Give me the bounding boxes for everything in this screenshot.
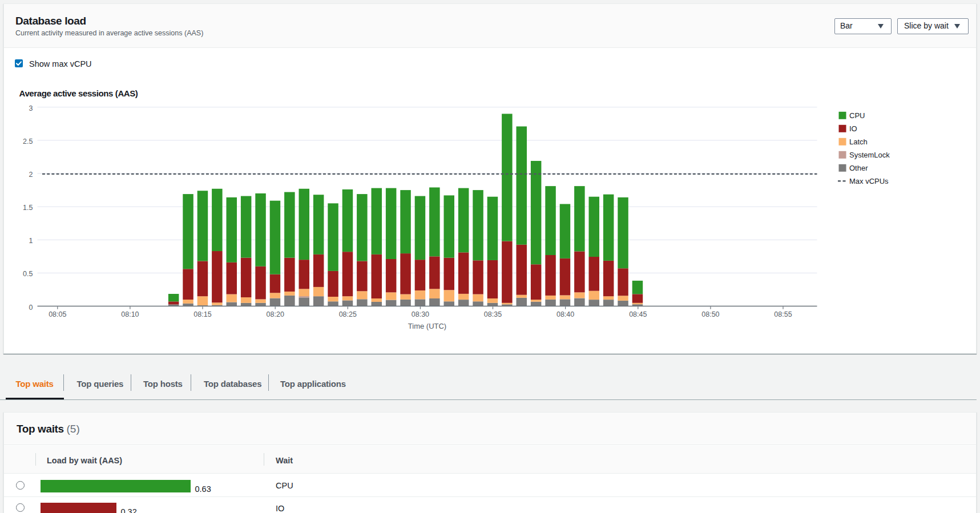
svg-text:Latch: Latch bbox=[849, 138, 868, 146]
svg-text:08:45: 08:45 bbox=[629, 310, 647, 318]
svg-text:Time (UTC): Time (UTC) bbox=[408, 322, 446, 330]
svg-text:0: 0 bbox=[29, 304, 33, 312]
svg-text:2: 2 bbox=[29, 171, 33, 179]
svg-text:Other: Other bbox=[849, 164, 868, 172]
svg-text:08:40: 08:40 bbox=[556, 310, 574, 318]
svg-text:0.5: 0.5 bbox=[23, 270, 33, 278]
svg-text:08:15: 08:15 bbox=[193, 310, 211, 318]
svg-text:1.5: 1.5 bbox=[23, 204, 33, 212]
svg-text:IO: IO bbox=[849, 124, 857, 133]
svg-text:2.5: 2.5 bbox=[23, 138, 33, 146]
svg-text:08:50: 08:50 bbox=[701, 310, 719, 318]
svg-text:Max vCPUs: Max vCPUs bbox=[849, 177, 889, 185]
svg-text:08:30: 08:30 bbox=[412, 310, 429, 318]
svg-text:08:25: 08:25 bbox=[339, 310, 357, 318]
svg-text:08:10: 08:10 bbox=[121, 310, 139, 318]
svg-text:08:05: 08:05 bbox=[49, 310, 66, 318]
svg-text:3: 3 bbox=[29, 104, 33, 112]
svg-text:08:35: 08:35 bbox=[484, 310, 502, 318]
svg-text:SystemLock: SystemLock bbox=[849, 151, 890, 159]
svg-text:08:20: 08:20 bbox=[267, 310, 284, 318]
svg-text:1: 1 bbox=[29, 237, 33, 245]
svg-text:08:55: 08:55 bbox=[774, 310, 792, 318]
svg-text:CPU: CPU bbox=[849, 111, 865, 120]
